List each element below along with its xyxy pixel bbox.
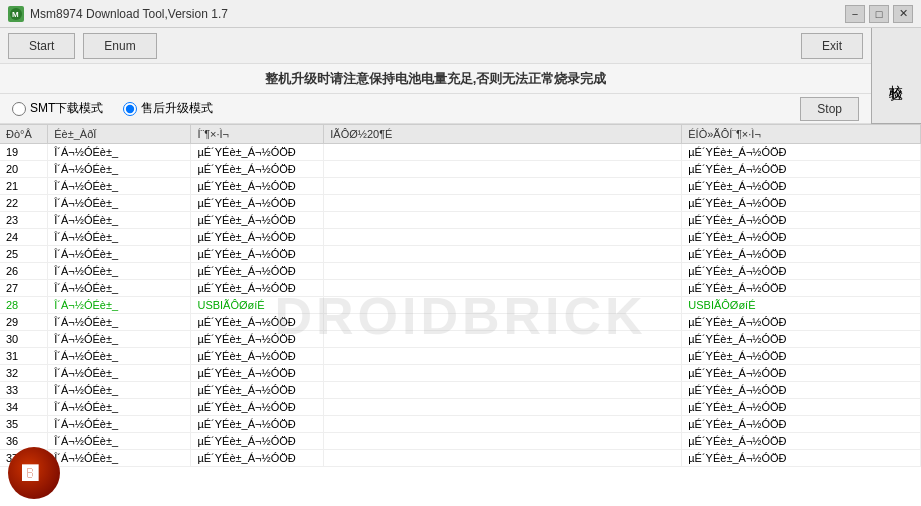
table-cell bbox=[324, 161, 682, 178]
table-cell: 24 bbox=[0, 229, 48, 246]
exit-button[interactable]: Exit bbox=[801, 33, 863, 59]
table-cell: 27 bbox=[0, 280, 48, 297]
table-cell: µÉ´YÉè±_Á¬½ÓÖÐ bbox=[191, 246, 324, 263]
table-row: 25Î´Á¬½ÓÉè±_µÉ´YÉè±_Á¬½ÓÖÐµÉ´YÉè±_Á¬½ÓÖÐ bbox=[0, 246, 921, 263]
stop-button[interactable]: Stop bbox=[800, 97, 859, 121]
table-cell: µÉ´YÉè±_Á¬½ÓÖÐ bbox=[682, 348, 921, 365]
table-cell: µÉ´YÉè±_Á¬½ÓÖÐ bbox=[191, 348, 324, 365]
notice-bar: 整机升级时请注意保持电池电量充足,否则无法正常烧录完成 bbox=[0, 64, 871, 94]
table-cell bbox=[324, 314, 682, 331]
table-row: 32Î´Á¬½ÓÉè±_µÉ´YÉè±_Á¬½ÓÖÐµÉ´YÉè±_Á¬½ÓÖÐ bbox=[0, 365, 921, 382]
table-header-row: Ðò°Â Éè±_ÀðÏ Í¨¶×·Ì¬ IÃÔØ½20¶É ÉÍÒ»ÃÔÍ¨¶… bbox=[0, 125, 921, 144]
table-cell: µÉ´YÉè±_Á¬½ÓÖÐ bbox=[682, 246, 921, 263]
table-cell: 32 bbox=[0, 365, 48, 382]
table-cell bbox=[324, 382, 682, 399]
table-cell: 23 bbox=[0, 212, 48, 229]
table-cell: µÉ´YÉè±_Á¬½ÓÖÐ bbox=[191, 229, 324, 246]
table-cell: µÉ´YÉè±_Á¬½ÓÖÐ bbox=[682, 263, 921, 280]
table-cell: µÉ´YÉè±_Á¬½ÓÖÐ bbox=[191, 433, 324, 450]
table-cell: µÉ´YÉè±_Á¬½ÓÖÐ bbox=[682, 365, 921, 382]
table-cell: 35 bbox=[0, 416, 48, 433]
table-cell: Î´Á¬½ÓÉè±_ bbox=[48, 212, 191, 229]
app-icon: M bbox=[8, 6, 24, 22]
svg-text:🅱: 🅱 bbox=[22, 464, 39, 482]
table-row: 33Î´Á¬½ÓÉè±_µÉ´YÉè±_Á¬½ÓÖÐµÉ´YÉè±_Á¬½ÓÖÐ bbox=[0, 382, 921, 399]
start-button[interactable]: Start bbox=[8, 33, 75, 59]
table-cell: Î´Á¬½ÓÉè±_ bbox=[48, 382, 191, 399]
table-cell bbox=[324, 280, 682, 297]
table-cell: Î´Á¬½ÓÉè±_ bbox=[48, 161, 191, 178]
table-row: 22Î´Á¬½ÓÉè±_µÉ´YÉè±_Á¬½ÓÖÐµÉ´YÉè±_Á¬½ÓÖÐ bbox=[0, 195, 921, 212]
table-row: 20Î´Á¬½ÓÉè±_µÉ´YÉè±_Á¬½ÓÖÐµÉ´YÉè±_Á¬½ÓÖÐ bbox=[0, 161, 921, 178]
after-sale-mode-radio[interactable] bbox=[123, 102, 137, 116]
mode-bar: SMT下载模式 售后升级模式 Stop bbox=[0, 94, 871, 124]
table-cell: Î´Á¬½ÓÉè±_ bbox=[48, 144, 191, 161]
smt-mode-label: SMT下载模式 bbox=[30, 100, 103, 117]
title-bar: M Msm8974 Download Tool,Version 1.7 − □ … bbox=[0, 0, 921, 28]
table-cell bbox=[324, 450, 682, 467]
table-cell: Î´Á¬½ÓÉè±_ bbox=[48, 280, 191, 297]
table-cell bbox=[324, 365, 682, 382]
table-cell: µÉ´YÉè±_Á¬½ÓÖÐ bbox=[682, 399, 921, 416]
table-cell: µÉ´YÉè±_Á¬½ÓÖÐ bbox=[191, 280, 324, 297]
table-cell bbox=[324, 263, 682, 280]
table-cell: µÉ´YÉè±_Á¬½ÓÖÐ bbox=[682, 416, 921, 433]
window-title: Msm8974 Download Tool,Version 1.7 bbox=[30, 7, 228, 21]
after-sale-mode-option[interactable]: 售后升级模式 bbox=[123, 100, 213, 117]
table-cell bbox=[324, 144, 682, 161]
maximize-button[interactable]: □ bbox=[869, 5, 889, 23]
table-cell bbox=[324, 178, 682, 195]
table-row: 27Î´Á¬½ÓÉè±_µÉ´YÉè±_Á¬½ÓÖÐµÉ´YÉè±_Á¬½ÓÖÐ bbox=[0, 280, 921, 297]
smt-mode-radio[interactable] bbox=[12, 102, 26, 116]
table-cell: µÉ´YÉè±_Á¬½ÓÖÐ bbox=[191, 195, 324, 212]
table-row: 35Î´Á¬½ÓÉè±_µÉ´YÉè±_Á¬½ÓÖÐµÉ´YÉè±_Á¬½ÓÖÐ bbox=[0, 416, 921, 433]
table-cell bbox=[324, 297, 682, 314]
notice-text: 整机升级时请注意保持电池电量充足,否则无法正常烧录完成 bbox=[265, 70, 607, 88]
col-header-id: Ðò°Â bbox=[0, 125, 48, 144]
data-table: Ðò°Â Éè±_ÀðÏ Í¨¶×·Ì¬ IÃÔØ½20¶É ÉÍÒ»ÃÔÍ¨¶… bbox=[0, 125, 921, 467]
table-cell: Î´Á¬½ÓÉè±_ bbox=[48, 450, 191, 467]
table-cell: µÉ´YÉè±_Á¬½ÓÖÐ bbox=[191, 212, 324, 229]
table-cell: 26 bbox=[0, 263, 48, 280]
table-row: 21Î´Á¬½ÓÉè±_µÉ´YÉè±_Á¬½ÓÖÐµÉ´YÉè±_Á¬½ÓÖÐ bbox=[0, 178, 921, 195]
enum-button[interactable]: Enum bbox=[83, 33, 156, 59]
table-cell: µÉ´YÉè±_Á¬½ÓÖÐ bbox=[191, 314, 324, 331]
table-cell: 19 bbox=[0, 144, 48, 161]
table-cell: Î´Á¬½ÓÉè±_ bbox=[48, 246, 191, 263]
col-header-device: Éè±_ÀðÏ bbox=[48, 125, 191, 144]
table-cell: µÉ´YÉè±_Á¬½ÓÖÐ bbox=[682, 382, 921, 399]
table-cell: Î´Á¬½ÓÉè±_ bbox=[48, 263, 191, 280]
jiaoyan-button[interactable]: 校验 bbox=[871, 28, 921, 124]
table-cell: 30 bbox=[0, 331, 48, 348]
table-cell: µÉ´YÉè±_Á¬½ÓÖÐ bbox=[191, 178, 324, 195]
table-body: 19Î´Á¬½ÓÉè±_µÉ´YÉè±_Á¬½ÓÖÐµÉ´YÉè±_Á¬½ÓÖÐ… bbox=[0, 144, 921, 467]
table-cell: 33 bbox=[0, 382, 48, 399]
table-row: 36Î´Á¬½ÓÉè±_µÉ´YÉè±_Á¬½ÓÖÐµÉ´YÉè±_Á¬½ÓÖÐ bbox=[0, 433, 921, 450]
table-cell: USBIÃÔØøíÉ bbox=[191, 297, 324, 314]
table-cell: µÉ´YÉè±_Á¬½ÓÖÐ bbox=[191, 144, 324, 161]
table-cell: µÉ´YÉè±_Á¬½ÓÖÐ bbox=[682, 195, 921, 212]
table-cell: Î´Á¬½ÓÉè±_ bbox=[48, 399, 191, 416]
table-cell bbox=[324, 246, 682, 263]
close-button[interactable]: ✕ bbox=[893, 5, 913, 23]
table-cell: Î´Á¬½ÓÉè±_ bbox=[48, 433, 191, 450]
minimize-button[interactable]: − bbox=[845, 5, 865, 23]
table-row: 28Î´Á¬½ÓÉè±_USBIÃÔØøíÉUSBIÃÔØøíÉ bbox=[0, 297, 921, 314]
table-cell: 34 bbox=[0, 399, 48, 416]
logo-circle: 🅱 bbox=[8, 447, 60, 499]
table-cell bbox=[324, 212, 682, 229]
main-table-area: Ðò°Â Éè±_ÀðÏ Í¨¶×·Ì¬ IÃÔØ½20¶É ÉÍÒ»ÃÔÍ¨¶… bbox=[0, 125, 921, 506]
table-cell: Î´Á¬½ÓÉè±_ bbox=[48, 416, 191, 433]
table-cell: µÉ´YÉè±_Á¬½ÓÖÐ bbox=[191, 450, 324, 467]
table-cell: µÉ´YÉè±_Á¬½ÓÖÐ bbox=[191, 331, 324, 348]
table-cell: 31 bbox=[0, 348, 48, 365]
table-cell: Î´Á¬½ÓÉè±_ bbox=[48, 348, 191, 365]
svg-text:M: M bbox=[12, 10, 19, 19]
smt-mode-option[interactable]: SMT下载模式 bbox=[12, 100, 103, 117]
col-header-download: IÃÔØ½20¶É bbox=[324, 125, 682, 144]
table-cell: Î´Á¬½ÓÉè±_ bbox=[48, 229, 191, 246]
table-cell: µÉ´YÉè±_Á¬½ÓÖÐ bbox=[682, 144, 921, 161]
table-cell: USBIÃÔØøíÉ bbox=[682, 297, 921, 314]
table-cell: Î´Á¬½ÓÉè±_ bbox=[48, 365, 191, 382]
table-row: 37Î´Á¬½ÓÉè±_µÉ´YÉè±_Á¬½ÓÖÐµÉ´YÉè±_Á¬½ÓÖÐ bbox=[0, 450, 921, 467]
